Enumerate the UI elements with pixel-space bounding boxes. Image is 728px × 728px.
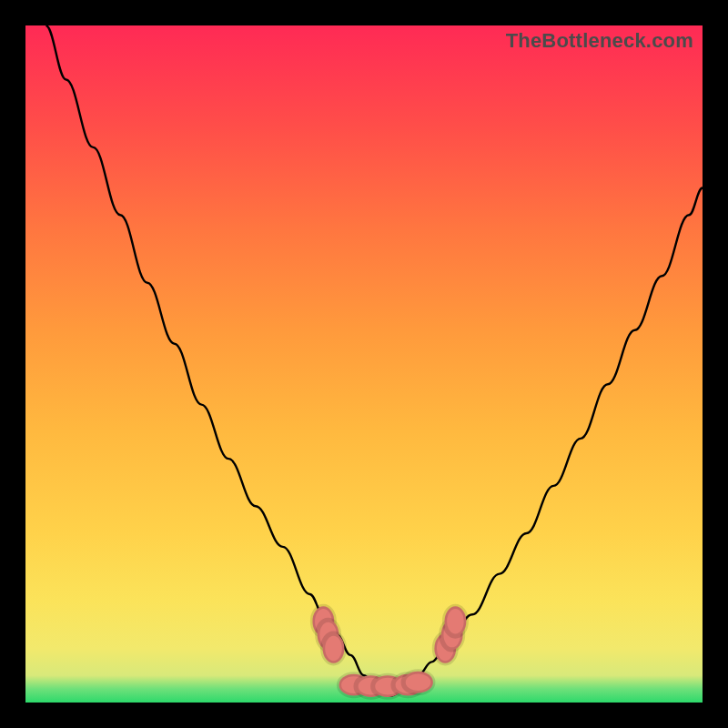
outer-frame: TheBottleneck.com: [0, 0, 728, 728]
plot-area: TheBottleneck.com: [25, 25, 703, 703]
trough-marker: [323, 633, 345, 663]
curve-left: [46, 25, 390, 696]
trough-markers: [312, 606, 466, 697]
chart-overlay: [25, 25, 703, 703]
curve-right: [391, 188, 703, 696]
trough-marker: [445, 606, 467, 636]
watermark-text: TheBottleneck.com: [506, 29, 693, 53]
trough-marker: [403, 672, 433, 693]
